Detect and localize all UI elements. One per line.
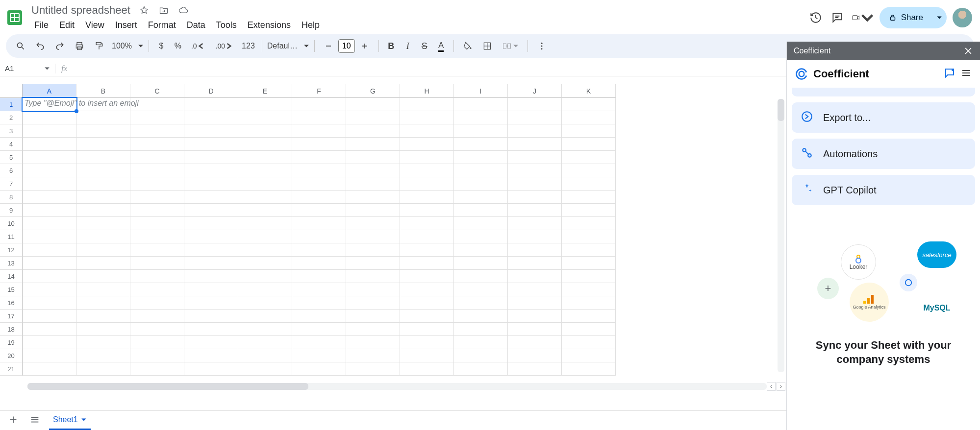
cell[interactable] [346,164,400,177]
cell[interactable] [130,283,184,296]
row-header-4[interactable]: 4 [0,138,23,151]
cell[interactable] [23,111,76,124]
cell[interactable] [76,283,130,296]
cell[interactable] [184,191,238,204]
cell[interactable] [346,217,400,230]
col-header-J[interactable]: J [508,84,562,98]
cell[interactable] [292,98,346,111]
bold-button[interactable]: B [384,38,399,54]
cell[interactable] [562,362,616,376]
cell[interactable] [454,310,508,323]
cell[interactable] [238,111,292,124]
cell[interactable] [184,217,238,230]
cell[interactable] [454,349,508,362]
zoom-select[interactable]: 100% [110,42,134,50]
cell[interactable] [238,323,292,336]
row-header-20[interactable]: 20 [0,349,23,362]
cell[interactable] [346,296,400,310]
italic-button[interactable]: I [401,38,415,54]
cell[interactable] [508,217,562,230]
cell[interactable] [346,124,400,138]
menu-extensions[interactable]: Extensions [243,18,296,32]
vertical-scrollbar[interactable] [778,99,784,372]
cell[interactable] [184,283,238,296]
menu-icon[interactable] [960,67,972,81]
cell[interactable] [130,349,184,362]
row-header-10[interactable]: 10 [0,217,23,230]
cell[interactable] [238,270,292,283]
cell[interactable] [130,243,184,257]
cell[interactable] [238,362,292,376]
cell[interactable] [23,310,76,323]
cell[interactable] [76,230,130,243]
panel-card-export[interactable]: Export to... [792,102,975,133]
cell[interactable] [238,98,292,111]
cell[interactable] [400,98,454,111]
comments-icon[interactable] [830,11,844,24]
cell[interactable] [508,151,562,164]
cell[interactable] [76,310,130,323]
cell[interactable] [292,243,346,257]
menu-file[interactable]: File [29,18,53,32]
menu-tools[interactable]: Tools [211,18,242,32]
cell[interactable] [184,204,238,217]
cell[interactable] [562,191,616,204]
cell[interactable] [76,296,130,310]
cell[interactable] [184,257,238,270]
cell[interactable] [346,98,400,111]
row-header-6[interactable]: 6 [0,164,23,177]
cell[interactable] [238,283,292,296]
cell[interactable] [400,164,454,177]
increase-decimal-button[interactable]: .00 [212,38,238,54]
cell[interactable] [562,98,616,111]
col-header-F[interactable]: F [292,84,346,98]
cell[interactable] [400,283,454,296]
cell[interactable] [184,323,238,336]
cell[interactable] [508,336,562,349]
cell[interactable] [184,138,238,151]
decrease-font-button[interactable] [320,38,337,54]
row-header-17[interactable]: 17 [0,310,23,323]
cell[interactable] [346,191,400,204]
select-all-corner[interactable] [0,84,23,98]
cell[interactable] [76,217,130,230]
cell[interactable] [562,164,616,177]
row-header-14[interactable]: 14 [0,270,23,283]
chat-icon[interactable] [944,67,955,81]
cell[interactable] [292,191,346,204]
row-header-13[interactable]: 13 [0,257,23,270]
cell[interactable] [292,349,346,362]
cell[interactable] [23,151,76,164]
cell[interactable] [292,230,346,243]
cell[interactable] [23,217,76,230]
cell[interactable] [184,310,238,323]
menu-insert[interactable]: Insert [110,18,142,32]
panel-card-gpt[interactable]: GPT Copilot [792,175,975,205]
cell[interactable] [130,177,184,191]
row-header-2[interactable]: 2 [0,111,23,124]
cell[interactable] [184,177,238,191]
cell[interactable] [130,124,184,138]
cell[interactable] [454,98,508,111]
share-dropdown[interactable] [932,7,947,28]
cell[interactable] [508,310,562,323]
cell[interactable] [76,151,130,164]
panel-card-partial[interactable] [792,88,975,96]
cell[interactable] [508,177,562,191]
cell[interactable] [562,111,616,124]
cell[interactable] [238,349,292,362]
add-sheet-button[interactable] [6,412,21,429]
cell[interactable] [76,138,130,151]
cell[interactable] [454,283,508,296]
cell[interactable] [23,138,76,151]
cell[interactable] [454,336,508,349]
cell[interactable] [23,296,76,310]
cell[interactable] [400,323,454,336]
cell[interactable] [76,177,130,191]
cell[interactable] [454,124,508,138]
cell[interactable] [23,257,76,270]
cell[interactable] [238,191,292,204]
cell[interactable] [184,243,238,257]
cell[interactable] [508,138,562,151]
cell[interactable] [562,257,616,270]
